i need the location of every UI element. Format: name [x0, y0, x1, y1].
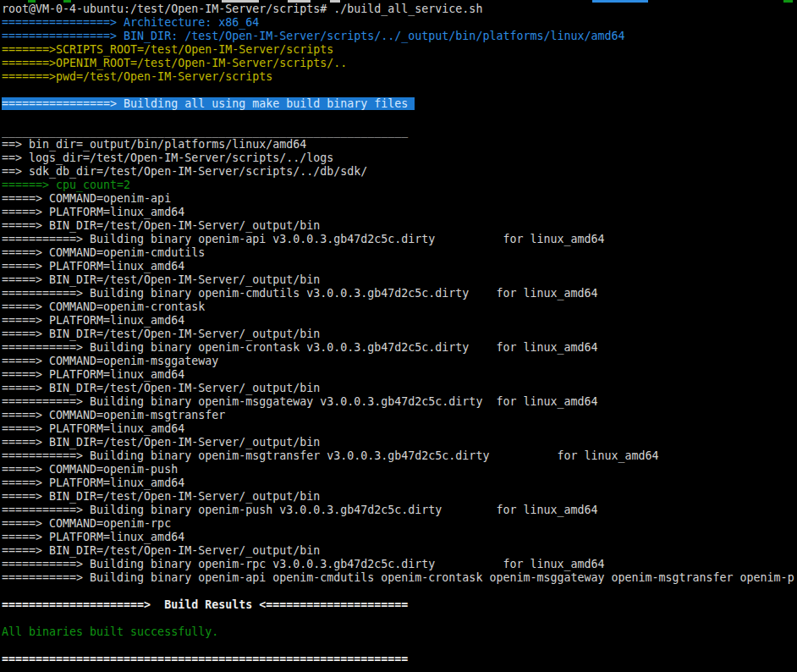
terminal-text: =====> BIN_DIR=/test/Open-IM-Server/_out… [2, 382, 320, 394]
terminal-line: ________________________________________… [2, 124, 797, 138]
terminal-line: =======>OPENIM_ROOT=/test/Open-IM-Server… [2, 57, 797, 70]
terminal-text: ===========> Building binary openim-api … [2, 233, 604, 245]
terminal-line: ===========> Building binary openim-push… [2, 504, 797, 517]
terminal-text: ================> Architecture: x86_64 [2, 16, 259, 29]
terminal-text: =======>OPENIM_ROOT=/test/Open-IM-Server… [2, 57, 347, 69]
highlighted-status-line: ================> Building all using mak… [2, 97, 415, 110]
terminal-line: ================> Architecture: x86_64 [2, 16, 797, 30]
terminal-line [2, 612, 797, 625]
terminal-line: =====> BIN_DIR=/test/Open-IM-Server/_out… [2, 490, 797, 504]
terminal-text: ==> bin_dir=_output/bin/platforms/linux/… [2, 138, 306, 151]
terminal-line: =====> BIN_DIR=/test/Open-IM-Server/_out… [2, 219, 797, 233]
terminal-text: =====> BIN_DIR=/test/Open-IM-Server/_out… [2, 544, 320, 557]
terminal-line: ===========> Building binary openim-msgt… [2, 449, 797, 463]
terminal-text: =====> PLATFORM=linux_amd64 [2, 260, 184, 273]
terminal-line: root@VM-0-4-ubuntu:/test/Open-IM-Server/… [2, 3, 797, 16]
terminal-text: ===========> Building binary openim-msgt… [2, 449, 659, 462]
terminal-text: =====================> Build Results <==… [2, 598, 408, 611]
terminal-text: =====> COMMAND=openim-msgtransfer [2, 409, 225, 421]
terminal-text: ================> BIN_DIR: /test/Open-IM… [2, 30, 625, 42]
terminal-line: =======>SCRIPTS_ROOT=/test/Open-IM-Serve… [2, 43, 797, 57]
terminal-line: =====> PLATFORM=linux_amd64 [2, 531, 797, 544]
terminal-line: ==> logs_dir=/test/Open-IM-Server/script… [2, 151, 797, 165]
terminal-line: ========================================… [2, 653, 797, 666]
terminal-text: root@VM-0-4-ubuntu:/test/Open-IM-Server/… [2, 3, 482, 15]
terminal-text: ==> sdk_db_dir=/test/Open-IM-Server/scri… [2, 165, 367, 178]
terminal-line: ==> sdk_db_dir=/test/Open-IM-Server/scri… [2, 165, 797, 179]
clipped-previous-line-fragment [592, 0, 648, 3]
terminal-line: ===========> Building binary openim-cron… [2, 341, 797, 355]
terminal-line: =======>pwd=/test/Open-IM-Server/scripts [2, 70, 797, 84]
terminal-text: ===========> Building binary openim-push… [2, 504, 597, 516]
terminal-line: ===========> Building binary openim-api … [2, 233, 797, 246]
terminal-line: =====> PLATFORM=linux_amd64 [2, 476, 797, 490]
terminal-line: ================> BIN_DIR: /test/Open-IM… [2, 30, 797, 43]
terminal-text: =====> COMMAND=openim-rpc [2, 517, 171, 530]
terminal-text: ===========> Building binary openim-cron… [2, 341, 597, 354]
terminal-line [2, 585, 797, 598]
terminal-line: =====> COMMAND=openim-msgtransfer [2, 409, 797, 422]
terminal-line: ===========> Building binary openim-rpc … [2, 558, 797, 571]
terminal-line: =====================> Build Results <==… [2, 598, 797, 612]
terminal-line: =====> PLATFORM=linux_amd64 [2, 206, 797, 219]
terminal-text: ________________________________________… [2, 124, 408, 137]
terminal-line: =====> COMMAND=openim-api [2, 192, 797, 206]
terminal-line: ===========> Building binary openim-cmdu… [2, 287, 797, 300]
terminal-line: =====> PLATFORM=linux_amd64 [2, 422, 797, 436]
terminal-text: =====> PLATFORM=linux_amd64 [2, 531, 184, 543]
terminal-line: =====> BIN_DIR=/test/Open-IM-Server/_out… [2, 328, 797, 341]
terminal-text: =====> BIN_DIR=/test/Open-IM-Server/_out… [2, 436, 320, 449]
clipped-previous-line-fragment [63, 0, 71, 3]
terminal-line [2, 84, 797, 97]
terminal-text: =====> BIN_DIR=/test/Open-IM-Server/_out… [2, 328, 320, 340]
terminal-line: =====> BIN_DIR=/test/Open-IM-Server/_out… [2, 544, 797, 558]
terminal-line: ===========> Building binary openim-msgg… [2, 395, 797, 409]
terminal-line: =====> PLATFORM=linux_amd64 [2, 260, 797, 273]
terminal-text: ===========> Building binary openim-rpc … [2, 558, 604, 570]
terminal-line: =====> BIN_DIR=/test/Open-IM-Server/_out… [2, 382, 797, 395]
terminal-line: =====> BIN_DIR=/test/Open-IM-Server/_out… [2, 436, 797, 449]
clipped-previous-line-fragment [222, 0, 259, 3]
terminal-text: ===========> Building binary openim-api … [2, 571, 794, 584]
clipped-previous-line-fragment [783, 0, 793, 3]
terminal-text: ===========> Building binary openim-msgg… [2, 395, 597, 408]
terminal-line [2, 639, 797, 653]
terminal-text: ==> logs_dir=/test/Open-IM-Server/script… [2, 151, 333, 164]
terminal-line: =====> PLATFORM=linux_amd64 [2, 314, 797, 328]
terminal-text: =======>SCRIPTS_ROOT=/test/Open-IM-Serve… [2, 43, 333, 56]
terminal-output: root@VM-0-4-ubuntu:/test/Open-IM-Server/… [2, 3, 797, 666]
terminal-text: =====> COMMAND=openim-msggateway [2, 355, 218, 367]
terminal-line: =====> COMMAND=openim-msggateway [2, 355, 797, 368]
terminal-screen[interactable]: root@VM-0-4-ubuntu:/test/Open-IM-Server/… [0, 0, 797, 672]
terminal-text: =====> COMMAND=openim-api [2, 192, 171, 205]
terminal-line: ===========> Building binary openim-api … [2, 571, 797, 585]
clipped-previous-line-fragment [288, 0, 311, 3]
terminal-line: =====> PLATFORM=linux_amd64 [2, 368, 797, 382]
terminal-line: =====> COMMAND=openim-crontask [2, 300, 797, 314]
terminal-text: =====> COMMAND=openim-crontask [2, 300, 205, 313]
terminal-text: =====> PLATFORM=linux_amd64 [2, 476, 184, 489]
terminal-text: =====> PLATFORM=linux_amd64 [2, 314, 184, 327]
terminal-text: =====> PLATFORM=linux_amd64 [2, 368, 184, 381]
terminal-line: ==> bin_dir=_output/bin/platforms/linux/… [2, 138, 797, 151]
terminal-text: =====> PLATFORM=linux_amd64 [2, 206, 184, 218]
terminal-text: =====> COMMAND=openim-push [2, 463, 178, 476]
terminal-line: ======> cpu_count=2 [2, 179, 797, 192]
terminal-text: ======> cpu_count=2 [2, 179, 130, 191]
terminal-text: =====> PLATFORM=linux_amd64 [2, 422, 184, 435]
terminal-line: =====> COMMAND=openim-rpc [2, 517, 797, 531]
terminal-text: All binaries built successfully. [2, 625, 218, 638]
terminal-line [2, 111, 797, 124]
clipped-previous-line-fragment [28, 0, 36, 3]
terminal-text: =======>pwd=/test/Open-IM-Server/scripts [2, 70, 272, 83]
terminal-text: ===========> Building binary openim-cmdu… [2, 287, 597, 300]
terminal-text: =====> BIN_DIR=/test/Open-IM-Server/_out… [2, 490, 320, 503]
clipped-previous-line-fragment [330, 0, 340, 3]
terminal-text: ========================================… [2, 653, 408, 665]
terminal-line: =====> BIN_DIR=/test/Open-IM-Server/_out… [2, 273, 797, 287]
terminal-line: All binaries built successfully. [2, 625, 797, 639]
terminal-text: =====> BIN_DIR=/test/Open-IM-Server/_out… [2, 219, 320, 232]
terminal-line: =====> COMMAND=openim-push [2, 463, 797, 476]
terminal-line: ================> Building all using mak… [2, 97, 797, 111]
terminal-text: =====> BIN_DIR=/test/Open-IM-Server/_out… [2, 273, 320, 286]
